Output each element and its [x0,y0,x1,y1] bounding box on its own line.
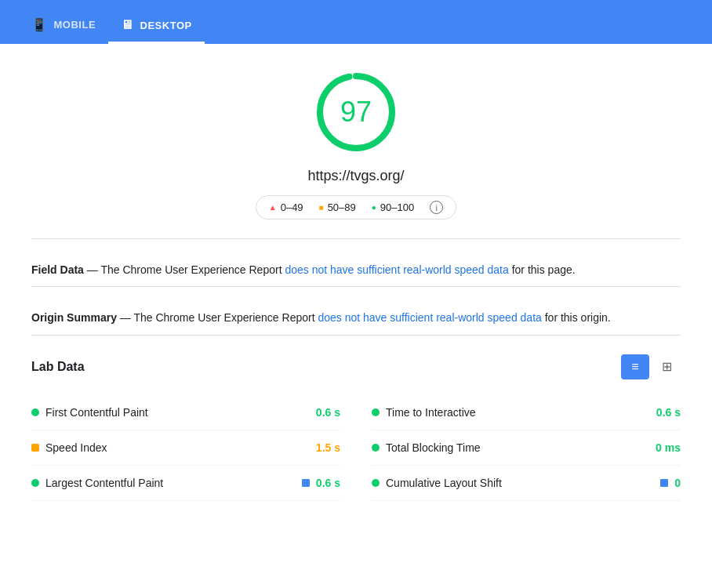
field-data-link[interactable]: does not have sufficient real-world spee… [285,263,508,276]
toggle-grid-button[interactable]: ⊞ [652,354,681,379]
grid-view-icon: ⊞ [662,359,672,374]
lab-data-title: Lab Data [31,360,85,374]
legend-poor: ▲ 0–49 [269,201,303,213]
metric-speed-index: Speed Index 1.5 s [31,430,340,466]
lab-data-header: Lab Data ≡ ⊞ [31,354,681,379]
origin-summary-label: Origin Summary [31,311,117,324]
origin-summary-section: Origin Summary — The Chrome User Experie… [31,287,681,335]
lcp-flag-icon [302,479,310,487]
good-range: 90–100 [380,201,414,213]
mobile-icon: 📱 [31,17,48,32]
list-view-icon: ≡ [631,360,638,374]
tbt-label: Total Blocking Time [386,441,649,454]
origin-summary-link[interactable]: does not have sufficient real-world spee… [318,311,541,324]
cls-status-dot [372,479,380,487]
legend-good: ● 90–100 [372,201,414,213]
speed-index-value: 1.5 s [316,441,340,454]
desktop-icon: 🖥 [121,18,134,32]
lcp-label: Largest Contentful Paint [45,477,293,489]
metric-lcp: Largest Contentful Paint 0.6 s [31,466,340,501]
cls-label: Cumulative Layout Shift [386,477,652,489]
poor-icon: ▲ [269,203,277,212]
lcp-value: 0.6 s [316,477,340,489]
lab-data-section: Lab Data ≡ ⊞ First Contentful Paint 0.6 … [31,336,681,501]
main-content: 97 https://tvgs.org/ ▲ 0–49 ■ 50–89 ● 90… [0,44,712,532]
tti-label: Time to Interactive [386,406,650,419]
average-icon: ■ [319,203,324,212]
tti-value: 0.6 s [656,406,681,419]
metrics-right-col: Time to Interactive 0.6 s Total Blocking… [356,395,681,501]
fcp-label: First Contentful Paint [45,406,310,419]
origin-summary-after: for this origin. [542,311,611,324]
cls-value: 0 [674,477,681,489]
view-toggle: ≡ ⊞ [621,354,681,379]
metrics-left-col: First Contentful Paint 0.6 s Speed Index… [31,395,356,501]
field-data-section: Field Data — The Chrome User Experience … [31,239,681,287]
origin-summary-dash: — The Chrome User Experience Report [120,311,318,324]
speed-index-status-indicator [31,444,39,452]
score-circle: 97 [313,69,399,155]
poor-range: 0–49 [281,201,303,213]
speed-index-label: Speed Index [45,441,310,454]
field-data-dash: — The Chrome User Experience Report [87,263,285,276]
score-legend: ▲ 0–49 ■ 50–89 ● 90–100 i [256,195,456,220]
fcp-value: 0.6 s [316,406,340,419]
tab-mobile[interactable]: 📱 MOBILE [19,17,108,44]
legend-info-button[interactable]: i [430,201,443,214]
page-url: https://tvgs.org/ [307,168,404,184]
tti-status-dot [372,408,380,416]
metrics-grid: First Contentful Paint 0.6 s Speed Index… [31,395,681,501]
lcp-status-dot [31,479,39,487]
tab-desktop-label: DESKTOP [140,20,192,31]
tab-mobile-label: MOBILE [54,19,96,31]
metric-tti: Time to Interactive 0.6 s [372,395,681,430]
field-data-after: for this page. [509,263,576,276]
legend-average: ■ 50–89 [319,201,356,213]
cls-flag-icon [660,479,668,487]
metric-cls: Cumulative Layout Shift 0 [372,466,681,501]
fcp-status-dot [31,408,39,416]
average-range: 50–89 [328,201,356,213]
good-icon: ● [372,203,376,212]
header: 📱 MOBILE 🖥 DESKTOP [0,0,712,44]
score-section: 97 https://tvgs.org/ ▲ 0–49 ■ 50–89 ● 90… [31,44,681,239]
tbt-value: 0 ms [656,441,681,454]
toggle-list-button[interactable]: ≡ [621,354,649,379]
metric-tbt: Total Blocking Time 0 ms [372,430,681,466]
score-number: 97 [340,96,372,129]
metric-fcp: First Contentful Paint 0.6 s [31,395,340,430]
tab-desktop[interactable]: 🖥 DESKTOP [108,18,205,44]
tbt-status-dot [372,444,380,452]
field-data-label: Field Data [31,263,84,276]
